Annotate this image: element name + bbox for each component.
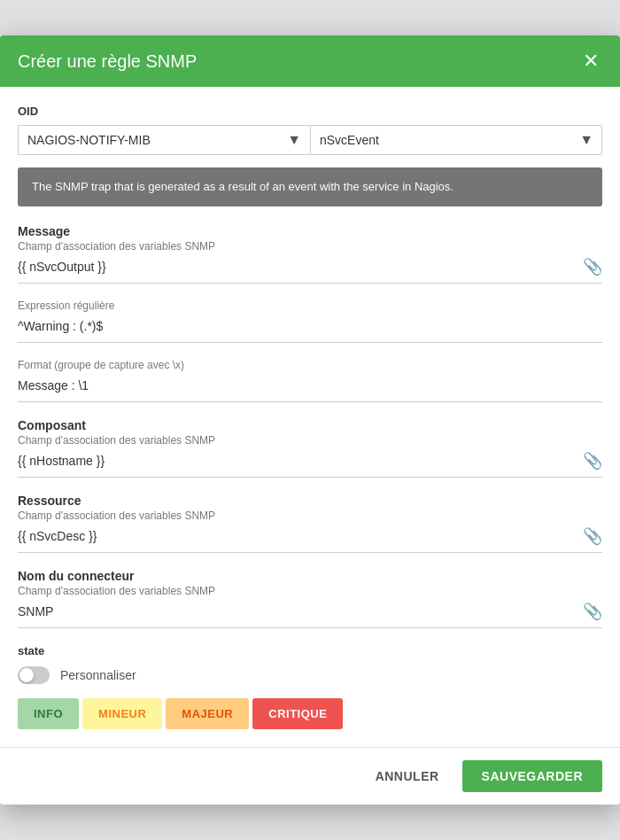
severity-mineur-button[interactable]: MINEUR: [82, 698, 162, 729]
attach-icon[interactable]: 📎: [583, 526, 602, 546]
connector-field-group: Nom du connecteur Champ d'association de…: [18, 569, 602, 628]
connector-label: Nom du connecteur: [18, 569, 602, 583]
expression-label: Expression régulière: [18, 299, 602, 312]
state-label: state: [18, 644, 602, 657]
expression-field-group: Expression régulière: [18, 299, 602, 343]
close-button[interactable]: ✕: [579, 50, 602, 73]
message-sublabel: Champ d'association des variables SNMP: [18, 240, 602, 253]
cancel-button[interactable]: ANNULER: [363, 762, 452, 790]
message-input-row: 📎: [18, 256, 602, 284]
message-label: Message: [18, 224, 602, 238]
message-input[interactable]: [18, 256, 576, 277]
format-input[interactable]: [18, 375, 602, 396]
oid-row: NAGIOS-NOTIFY-MIB ▼ nSvcEvent ▼: [18, 125, 602, 155]
info-box: The SNMP trap that is generated as a res…: [18, 167, 602, 206]
ressource-label: Ressource: [18, 494, 602, 508]
attach-icon[interactable]: 📎: [583, 257, 602, 276]
toggle-row: Personnaliser: [18, 666, 602, 684]
save-button[interactable]: SAUVEGARDER: [462, 760, 602, 792]
personaliser-toggle[interactable]: [18, 666, 50, 684]
modal-title: Créer une règle SNMP: [18, 51, 197, 72]
composant-sublabel: Champ d'association des variables SNMP: [18, 434, 602, 447]
severity-majeur-button[interactable]: MAJEUR: [166, 698, 249, 729]
ressource-sublabel: Champ d'association des variables SNMP: [18, 509, 602, 522]
state-section: state Personnaliser INFO MINEUR MAJEUR C…: [18, 644, 602, 729]
ressource-field-group: Ressource Champ d'association des variab…: [18, 494, 602, 553]
composant-input[interactable]: [18, 450, 576, 471]
composant-label: Composant: [18, 418, 602, 432]
severity-row: INFO MINEUR MAJEUR CRITIQUE: [18, 698, 602, 729]
modal-container: Créer une règle SNMP ✕ OID NAGIOS-NOTIFY…: [0, 35, 620, 805]
info-box-text: The SNMP trap that is generated as a res…: [32, 180, 453, 193]
modal-footer: ANNULER SAUVEGARDER: [0, 747, 620, 805]
composant-input-row: 📎: [18, 450, 602, 478]
format-label: Format (groupe de capture avec \x): [18, 359, 602, 371]
connector-input[interactable]: [18, 601, 576, 622]
oid-dropdown1[interactable]: NAGIOS-NOTIFY-MIB: [18, 125, 310, 155]
expression-input-wrap: [18, 315, 602, 343]
personaliser-label: Personnaliser: [60, 668, 136, 682]
modal-header: Créer une règle SNMP ✕: [0, 35, 620, 87]
composant-field-group: Composant Champ d'association des variab…: [18, 418, 602, 478]
attach-icon[interactable]: 📎: [583, 451, 602, 471]
modal-body: OID NAGIOS-NOTIFY-MIB ▼ nSvcEvent ▼ The …: [0, 87, 620, 747]
ressource-input[interactable]: [18, 525, 576, 547]
expression-input[interactable]: [18, 315, 602, 337]
severity-info-button[interactable]: INFO: [18, 698, 79, 729]
toggle-slider: [18, 666, 50, 684]
format-input-wrap: [18, 375, 602, 402]
oid-dropdown2-wrapper: nSvcEvent ▼: [310, 125, 602, 155]
attach-icon[interactable]: 📎: [583, 602, 602, 621]
connector-input-row: 📎: [18, 601, 602, 628]
message-field-group: Message Champ d'association des variable…: [18, 224, 602, 284]
oid-label: OID: [18, 105, 602, 118]
format-field-group: Format (groupe de capture avec \x): [18, 359, 602, 402]
oid-dropdown1-wrapper: NAGIOS-NOTIFY-MIB ▼: [18, 125, 310, 155]
ressource-input-row: 📎: [18, 525, 602, 553]
oid-dropdown2[interactable]: nSvcEvent: [310, 125, 602, 155]
severity-critique-button[interactable]: CRITIQUE: [252, 698, 343, 729]
connector-sublabel: Champ d'association des variables SNMP: [18, 585, 602, 597]
